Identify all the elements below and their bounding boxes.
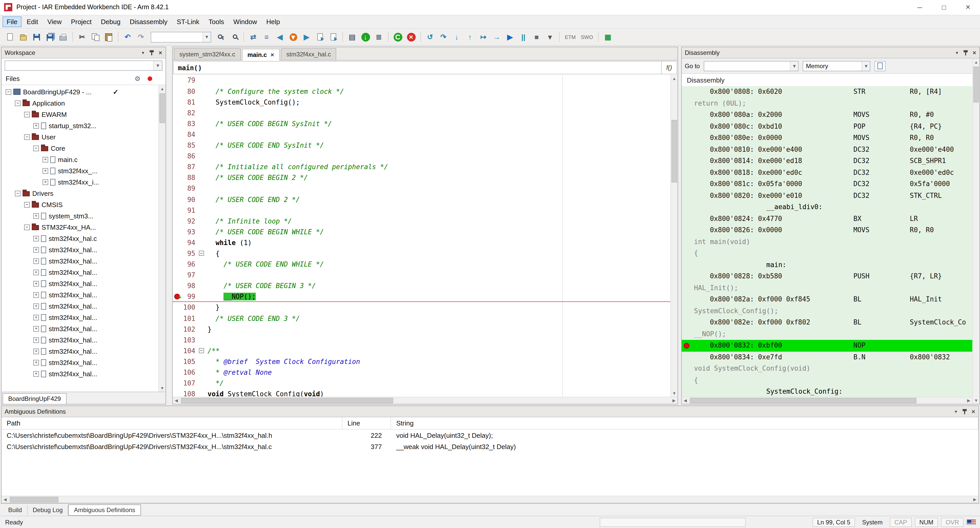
minimize-icon[interactable]: ─: [908, 0, 932, 15]
fold-margin[interactable]: −: [198, 345, 205, 356]
line-number[interactable]: 102: [182, 324, 198, 334]
line-number[interactable]: 85: [182, 140, 198, 151]
code-line[interactable]: 106 * @retval None: [173, 367, 670, 378]
breakpoint-margin[interactable]: [173, 281, 182, 291]
panel-close-icon[interactable]: ×: [970, 408, 977, 415]
breakpoint-margin[interactable]: [173, 367, 182, 378]
fold-margin[interactable]: [198, 129, 205, 140]
result-row[interactable]: C:\Users\christef\cubemxtst\BoardBringUp…: [2, 441, 978, 452]
scroll-up-icon[interactable]: ▲: [159, 85, 165, 92]
disassembly-row[interactable]: 0x800'080a: 0x2000MOVSR0, #0: [682, 110, 972, 121]
close-icon[interactable]: ×: [956, 0, 980, 15]
line-number[interactable]: 90: [182, 194, 198, 205]
scroll-up-icon[interactable]: ▲: [973, 59, 980, 66]
panel-menu-icon[interactable]: ▾: [954, 50, 960, 56]
goto-declaration-button[interactable]: [314, 31, 326, 43]
fold-margin[interactable]: [198, 388, 205, 397]
goto-reference-button[interactable]: [327, 31, 339, 43]
fold-margin[interactable]: [198, 161, 205, 172]
expand-icon[interactable]: +: [33, 304, 39, 309]
line-number[interactable]: 86: [182, 151, 198, 161]
scrollbar-thumb[interactable]: [159, 94, 165, 123]
menu-project[interactable]: Project: [67, 16, 96, 27]
save-button[interactable]: [30, 31, 43, 43]
editor-tab-system-stm32f4xx-c[interactable]: system_stm32f4xx.c: [174, 48, 241, 60]
fold-margin[interactable]: [198, 378, 205, 388]
line-number[interactable]: 98: [182, 281, 198, 291]
collapse-icon[interactable]: −: [33, 146, 39, 151]
disassembly-row[interactable]: return (0UL);: [682, 98, 972, 110]
next-statement-button[interactable]: ↦: [477, 31, 490, 43]
breakpoint-margin[interactable]: [173, 129, 182, 140]
line-number[interactable]: 91: [182, 205, 198, 216]
fold-collapse-icon[interactable]: −: [199, 251, 204, 256]
etm-button[interactable]: ETM: [563, 33, 578, 41]
fold-margin[interactable]: [198, 270, 205, 280]
expand-icon[interactable]: +: [43, 168, 48, 174]
step-out-button[interactable]: ↑: [464, 31, 476, 43]
line-number[interactable]: 94: [182, 237, 198, 248]
breakpoint-margin[interactable]: [173, 216, 182, 226]
breakpoint-margin[interactable]: [173, 334, 182, 345]
fold-margin[interactable]: [198, 356, 205, 367]
code-line[interactable]: 91: [173, 205, 670, 216]
chevron-down-icon[interactable]: ▼: [202, 32, 211, 42]
scrollbar-thumb[interactable]: [10, 497, 59, 503]
line-number[interactable]: 82: [182, 108, 198, 118]
expand-icon[interactable]: +: [33, 213, 39, 219]
scrollbar-thumb[interactable]: [690, 398, 917, 404]
fold-margin[interactable]: [198, 205, 205, 216]
code-line[interactable]: 96 /* USER CODE END WHILE */: [173, 259, 670, 270]
toolbar-search-combo[interactable]: ▼: [151, 32, 211, 42]
breakpoint-margin[interactable]: [173, 183, 182, 194]
output-tab-ambiguous-definitions[interactable]: Ambiguous Definitions: [68, 504, 141, 515]
tree-item-stm32f4xx-ha[interactable]: −STM32F4xx_HA...: [2, 222, 158, 233]
function-selector-bar[interactable]: main() f(): [173, 61, 677, 75]
tree-item-stm32f4xx-hal[interactable]: +stm32f4xx_hal...: [2, 267, 158, 278]
disassembly-row[interactable]: 0x800'0808: 0x6020STRR0, [R4]: [682, 86, 972, 98]
pin-icon[interactable]: [963, 50, 968, 56]
disassembly-row[interactable]: SystemClock_Config();: [682, 305, 972, 317]
breakpoint-margin[interactable]: [173, 75, 182, 86]
breakpoint-margin[interactable]: [173, 172, 182, 183]
breakpoint-margin[interactable]: [173, 378, 182, 388]
fold-margin[interactable]: [198, 97, 205, 107]
collapse-icon[interactable]: −: [24, 224, 30, 230]
code-line[interactable]: 102}: [173, 324, 670, 334]
expand-icon[interactable]: +: [33, 326, 39, 332]
breakpoint-margin[interactable]: [173, 108, 182, 118]
code-line[interactable]: 97: [173, 270, 670, 280]
breakpoint-icon[interactable]: [174, 294, 180, 300]
tree-item-stm32f4xx-hal[interactable]: +stm32f4xx_hal...: [2, 368, 158, 380]
code-line[interactable]: 100 }: [173, 302, 670, 313]
nav-forward-button[interactable]: ▶: [301, 31, 313, 43]
breakpoint-margin[interactable]: [173, 388, 182, 397]
breakpoint-margin[interactable]: [173, 356, 182, 367]
fold-margin[interactable]: [198, 183, 205, 194]
find-in-files-button[interactable]: [228, 31, 240, 43]
breakpoint-margin[interactable]: [173, 151, 182, 161]
tree-item-stm32f4xx-hal[interactable]: +stm32f4xx_hal...: [2, 357, 158, 368]
expand-icon[interactable]: +: [33, 348, 39, 354]
tree-item-stm32f4xx-hal[interactable]: +stm32f4xx_hal...: [2, 312, 158, 323]
line-number[interactable]: 92: [182, 216, 198, 226]
code-line[interactable]: 83 /* USER CODE BEGIN SysInit */: [173, 118, 670, 129]
scrollbar-thumb[interactable]: [671, 120, 677, 183]
breakpoint-margin[interactable]: [173, 291, 182, 302]
fold-margin[interactable]: [198, 75, 205, 86]
menu-help[interactable]: Help: [262, 16, 284, 27]
browse-history-button[interactable]: ▾: [287, 31, 299, 43]
expand-icon[interactable]: +: [33, 236, 39, 242]
workspace-tab[interactable]: BoardBringUpF429: [3, 393, 66, 404]
paste-button[interactable]: [102, 31, 115, 43]
fold-margin[interactable]: [198, 194, 205, 205]
tree-item-startup-stm32[interactable]: +startup_stm32...: [2, 120, 158, 132]
panel-menu-icon[interactable]: ▾: [953, 409, 959, 414]
disassembly-row[interactable]: {: [682, 375, 972, 386]
fold-margin[interactable]: [198, 302, 205, 313]
tree-item-stm32f4xx[interactable]: +stm32f4xx_...: [2, 165, 158, 177]
fold-margin[interactable]: [198, 367, 205, 378]
panel-menu-icon[interactable]: ▾: [140, 50, 146, 56]
code-line[interactable]: 101 /* USER CODE END 3 */: [173, 313, 670, 324]
collapse-icon[interactable]: −: [15, 191, 21, 196]
